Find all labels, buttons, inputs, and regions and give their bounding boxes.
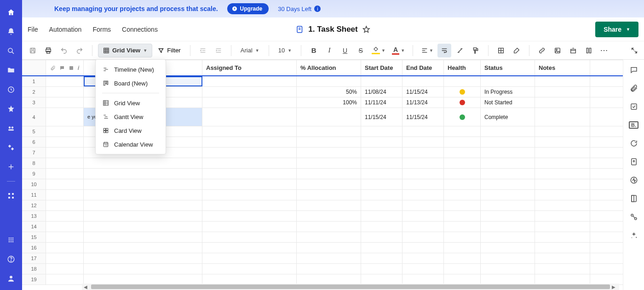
cell-task[interactable] (84, 179, 202, 189)
row-number[interactable]: 9 (22, 169, 46, 179)
ai-icon[interactable] (629, 231, 638, 240)
row-primary-icons[interactable] (46, 126, 84, 136)
view-menu-gantt[interactable]: Gantt View (96, 110, 166, 124)
cell-health[interactable] (444, 243, 481, 253)
connect-icon[interactable] (629, 212, 638, 222)
row-primary-icons[interactable] (46, 253, 84, 263)
cell-end-date[interactable] (402, 264, 444, 274)
cell-start-date[interactable] (361, 232, 402, 242)
more-icon[interactable]: ··· (598, 44, 611, 57)
view-switcher-button[interactable]: Grid View ▼ (98, 44, 152, 57)
star-icon[interactable] (6, 104, 16, 114)
view-menu-board[interactable]: Board (New) (96, 76, 166, 90)
update-requests-icon[interactable] (629, 139, 638, 148)
cell-notes[interactable] (535, 264, 590, 274)
cell-end-date[interactable] (402, 274, 444, 284)
cell-allocation[interactable] (297, 169, 361, 179)
cell-allocation[interactable] (297, 126, 361, 136)
scroll-left-icon[interactable]: ◀ (84, 284, 89, 290)
cell-status[interactable] (481, 274, 535, 284)
row-primary-icons[interactable] (46, 243, 84, 253)
row-number[interactable]: 17 (22, 253, 46, 263)
cell-assigned[interactable] (202, 274, 297, 284)
row-number[interactable]: 13 (22, 211, 46, 221)
indent-icon[interactable] (212, 44, 225, 57)
cell-allocation[interactable] (297, 211, 361, 221)
cell-status[interactable]: In Progress (481, 87, 535, 97)
cell-allocation[interactable]: 50% (297, 87, 361, 97)
cell-start-date[interactable] (361, 200, 402, 210)
cell-task[interactable] (84, 158, 202, 168)
cell-notes[interactable] (535, 148, 590, 158)
cell-health[interactable] (444, 211, 481, 221)
cell-notes[interactable] (535, 232, 590, 242)
cell-start-date[interactable] (361, 126, 402, 136)
row-primary-icons[interactable] (46, 211, 84, 221)
conversations-icon[interactable] (629, 65, 638, 74)
row-primary-icons[interactable] (46, 148, 84, 158)
cell-status[interactable] (481, 179, 535, 189)
cell-end-date[interactable] (402, 179, 444, 189)
clear-format-icon[interactable] (453, 44, 467, 57)
cell-allocation[interactable] (297, 158, 361, 168)
row-primary-icons[interactable] (46, 169, 84, 179)
cell-end-date[interactable] (402, 232, 444, 242)
cell-end-date[interactable] (402, 200, 444, 210)
cell-task[interactable] (84, 211, 202, 221)
print-icon[interactable] (41, 44, 55, 57)
search-icon[interactable] (6, 46, 16, 56)
row-primary-icons[interactable] (46, 274, 84, 284)
cell-assigned[interactable] (202, 264, 297, 274)
cell-notes[interactable] (535, 87, 590, 97)
cell-start-date[interactable] (361, 264, 402, 274)
cell-task[interactable] (84, 274, 202, 284)
cell-start-date[interactable]: 11/08/24 (361, 87, 402, 97)
cell-task[interactable] (84, 190, 202, 200)
table-row[interactable]: 18 (22, 264, 623, 274)
cell-health[interactable] (444, 190, 481, 200)
cell-end-date[interactable] (402, 211, 444, 221)
row-number[interactable]: 14 (22, 222, 46, 232)
table-row[interactable]: 13 (22, 211, 623, 222)
row-number[interactable]: 7 (22, 148, 46, 158)
menu-file[interactable]: File (28, 26, 38, 33)
cell-assigned[interactable] (202, 87, 297, 97)
cell-start-date[interactable] (361, 274, 402, 284)
cell-allocation[interactable] (297, 179, 361, 189)
cell-task[interactable] (84, 200, 202, 210)
fill-color-icon[interactable]: ▼ (369, 44, 388, 57)
row-primary-icons[interactable] (46, 190, 84, 200)
cell-start-date[interactable] (361, 158, 402, 168)
cell-notes[interactable] (535, 200, 590, 210)
cell-status[interactable] (481, 264, 535, 274)
brandfolder-icon[interactable]: B. (629, 120, 638, 130)
cell-health[interactable] (444, 76, 481, 86)
menu-forms[interactable]: Forms (92, 26, 111, 33)
redo-icon[interactable] (73, 44, 86, 57)
save-icon[interactable] (26, 44, 40, 57)
apps-icon[interactable] (6, 235, 16, 245)
publish-icon[interactable] (629, 157, 638, 166)
cell-task[interactable] (84, 243, 202, 253)
cell-health[interactable] (444, 126, 481, 136)
row-number[interactable]: 19 (22, 274, 46, 284)
cell-health[interactable] (444, 253, 481, 263)
format-painter-icon[interactable] (469, 44, 483, 57)
col-header-start[interactable]: Start Date (361, 60, 402, 75)
table-row[interactable]: 15 (22, 232, 623, 243)
cell-start-date[interactable] (361, 243, 402, 253)
cell-health[interactable] (444, 200, 481, 210)
cell-end-date[interactable] (402, 169, 444, 179)
borders-icon[interactable] (494, 44, 508, 57)
cell-allocation[interactable] (297, 253, 361, 263)
cell-assigned[interactable] (202, 169, 297, 179)
cell-allocation[interactable] (297, 264, 361, 274)
undo-icon[interactable] (57, 44, 71, 57)
menu-automation[interactable]: Automation (49, 26, 82, 33)
account-icon[interactable] (6, 273, 16, 284)
cell-health[interactable] (444, 158, 481, 168)
cell-status[interactable] (481, 200, 535, 210)
row-primary-icons[interactable] (46, 76, 84, 86)
row-number[interactable]: 1 (22, 76, 46, 86)
cell-end-date[interactable] (402, 243, 444, 253)
